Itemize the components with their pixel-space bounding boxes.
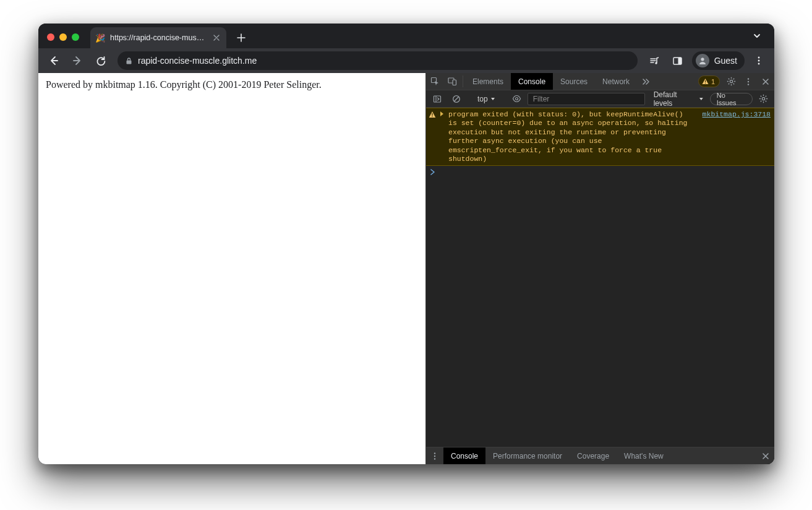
svg-point-29 (515, 98, 518, 100)
url-text: rapid-concise-muscle.glitch.me (138, 56, 630, 66)
caret-down-icon (490, 97, 495, 102)
svg-rect-10 (453, 80, 456, 85)
devtools-drawer: Console Performance monitor Coverage Wha… (426, 447, 774, 464)
browser-menu-button[interactable] (748, 51, 769, 70)
minimize-window-button[interactable] (59, 33, 67, 41)
svg-line-35 (761, 96, 762, 97)
svg-line-18 (728, 79, 729, 80)
tab-network[interactable]: Network (595, 73, 637, 90)
new-tab-button[interactable] (233, 29, 250, 46)
chevron-double-right-icon (641, 77, 650, 86)
console-settings-button[interactable] (755, 94, 772, 103)
live-expression-button[interactable] (508, 94, 525, 103)
svg-line-36 (766, 101, 767, 102)
warning-source-link[interactable]: mkbitmap.js:3718 (698, 110, 771, 118)
svg-point-23 (748, 80, 749, 82)
devtools-settings-button[interactable] (722, 73, 740, 90)
svg-point-5 (758, 57, 760, 59)
panel-icon (672, 56, 683, 66)
tab-elements[interactable]: Elements (465, 73, 511, 90)
forward-button[interactable] (67, 51, 88, 70)
console-prompt[interactable] (426, 166, 774, 178)
maximize-window-button[interactable] (72, 33, 79, 41)
svg-rect-0 (127, 60, 132, 64)
close-window-button[interactable] (47, 33, 54, 41)
clear-icon (452, 95, 461, 103)
eye-icon (512, 94, 521, 103)
reload-button[interactable] (90, 51, 111, 70)
clear-console-button[interactable] (448, 95, 464, 103)
devtools-menu-button[interactable] (740, 73, 757, 90)
address-bar[interactable]: rapid-concise-muscle.glitch.me (118, 51, 638, 70)
side-panel-button[interactable] (667, 51, 688, 70)
reload-icon (96, 56, 106, 66)
gear-icon (759, 94, 768, 103)
arrow-right-icon (72, 55, 83, 66)
device-toolbar-button[interactable] (443, 73, 461, 90)
tab-title: https://rapid-concise-muscle.g (110, 33, 207, 42)
svg-line-28 (454, 97, 458, 101)
close-icon (762, 78, 769, 85)
drawer-tab-console[interactable]: Console (443, 447, 485, 464)
kebab-icon (744, 77, 753, 86)
page-body-text: Powered by mkbitmap 1.16. Copyright (C) … (46, 79, 418, 90)
console-warning-row[interactable]: program exited (with status: 0), but kee… (426, 108, 774, 166)
tab-sources[interactable]: Sources (553, 73, 595, 90)
profile-chip[interactable]: Guest (692, 51, 745, 70)
arrow-left-icon (48, 55, 59, 66)
media-control-button[interactable] (644, 51, 665, 70)
expand-caret-icon[interactable] (440, 110, 446, 117)
browser-tab[interactable]: 🎉 https://rapid-concise-muscle.g (90, 27, 226, 48)
warning-count: 1 (711, 78, 715, 85)
devtools-tabs: Elements Console Sources Network 1 (426, 73, 774, 90)
profile-label: Guest (714, 56, 737, 66)
context-select[interactable]: top (474, 95, 499, 103)
tab-favicon-icon: 🎉 (95, 33, 105, 43)
caret-down-icon (699, 97, 704, 102)
back-button[interactable] (43, 51, 64, 70)
kebab-icon (430, 452, 439, 460)
drawer-close-button[interactable] (757, 447, 774, 464)
warning-count-chip[interactable]: 1 (698, 76, 720, 87)
warning-icon (429, 110, 437, 118)
tab-search-button[interactable] (748, 27, 766, 45)
log-levels-select[interactable]: Default levels (650, 90, 707, 108)
svg-rect-12 (705, 83, 706, 84)
svg-point-24 (748, 84, 749, 85)
content-area: Powered by mkbitmap 1.16. Copyright (C) … (38, 73, 774, 464)
svg-point-41 (434, 452, 435, 454)
devices-icon (448, 77, 457, 86)
svg-point-43 (434, 458, 435, 459)
inspect-element-button[interactable] (426, 73, 443, 90)
drawer-tab-coverage[interactable]: Coverage (570, 447, 617, 464)
svg-line-19 (733, 84, 734, 85)
svg-point-6 (758, 60, 760, 62)
console-toolbar: top Default levels No Issues (426, 90, 774, 108)
page-viewport[interactable]: Powered by mkbitmap 1.16. Copyright (C) … (38, 73, 425, 464)
plus-icon (237, 33, 246, 42)
svg-point-1 (655, 62, 657, 64)
issues-pill[interactable]: No Issues (710, 93, 753, 105)
devtools-close-button[interactable] (757, 73, 774, 90)
tab-close-button[interactable] (212, 33, 221, 43)
svg-point-13 (730, 80, 732, 82)
kebab-icon (754, 56, 764, 66)
console-log-area[interactable]: program exited (with status: 0), but kee… (426, 108, 774, 447)
tab-console[interactable]: Console (511, 73, 553, 90)
svg-line-37 (766, 96, 767, 97)
issues-label: No Issues (717, 92, 746, 106)
drawer-tab-whatsnew[interactable]: What's New (617, 447, 671, 464)
drawer-tab-perfmon[interactable]: Performance monitor (485, 447, 570, 464)
svg-point-4 (701, 58, 704, 61)
svg-rect-40 (432, 116, 432, 117)
music-note-icon (649, 55, 660, 66)
svg-point-7 (758, 63, 760, 65)
console-sidebar-toggle[interactable] (429, 95, 445, 103)
more-tabs-button[interactable] (637, 73, 654, 90)
svg-line-20 (733, 79, 734, 80)
svg-line-38 (761, 101, 762, 102)
tab-strip: 🎉 https://rapid-concise-muscle.g (38, 24, 774, 48)
drawer-menu-button[interactable] (426, 447, 443, 464)
svg-line-21 (728, 84, 729, 85)
console-filter-input[interactable] (528, 93, 645, 105)
